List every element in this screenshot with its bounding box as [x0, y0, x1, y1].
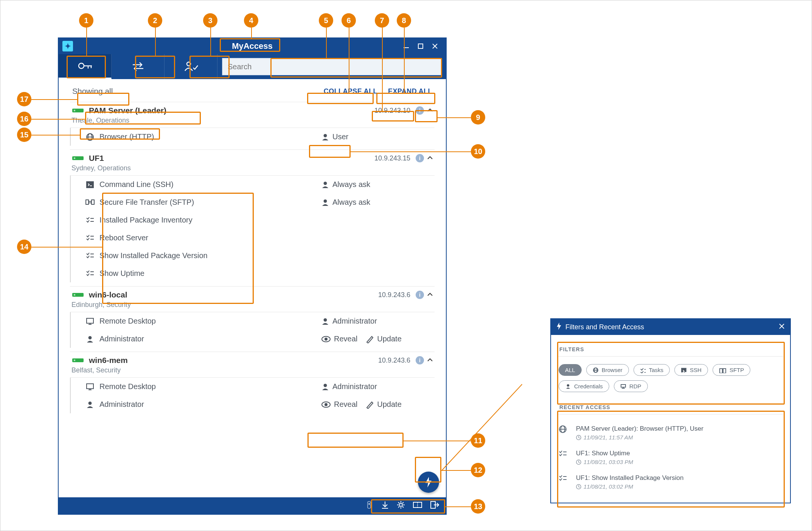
task-row[interactable]: Browser (HTTP) User	[70, 128, 435, 146]
task-right-eye[interactable]: Reveal	[321, 400, 357, 409]
terminal-icon	[84, 181, 96, 189]
expand-all-button[interactable]: EXPAND ALL	[388, 87, 432, 95]
recent-title: PAM Server (Leader): Browser (HTTP), Use…	[576, 425, 703, 433]
recent-time: 11/08/21, 03:03 PM	[576, 459, 633, 465]
svg-rect-22	[86, 200, 88, 204]
task-right-pencil[interactable]: Update	[366, 400, 402, 409]
task-label: Command Line (SSH)	[99, 180, 174, 189]
collapse-all-button[interactable]: COLLAPSE ALL	[324, 87, 377, 95]
chevron-up-icon[interactable]	[427, 357, 433, 363]
lightning-icon	[556, 322, 562, 332]
svg-point-41	[88, 336, 92, 339]
search-wrap	[217, 58, 446, 75]
task-row[interactable]: Remote Desktop Administrator	[70, 312, 435, 330]
task-right-user[interactable]: User	[321, 132, 348, 141]
task-right-user[interactable]: Always ask	[321, 198, 370, 207]
approval-icon	[183, 61, 199, 72]
device-group: UF1 10.9.243.15 i Sydney, Operations Com…	[70, 149, 435, 282]
settings-button[interactable]	[397, 501, 405, 511]
callout-8: 8	[397, 13, 411, 28]
filter-chip-tasks[interactable]: Tasks	[633, 364, 670, 376]
chevron-up-icon[interactable]	[427, 292, 433, 298]
device-ip: 10.9.243.6	[378, 291, 410, 299]
recent-item[interactable]: PAM Server (Leader): Browser (HTTP), Use…	[558, 420, 783, 445]
svg-line-65	[398, 506, 399, 508]
device-icon	[71, 155, 84, 162]
task-right-eye[interactable]: Reveal	[321, 335, 357, 343]
callout-11: 11	[471, 433, 485, 448]
sftp-icon	[84, 198, 96, 207]
tasklist-icon	[84, 252, 96, 260]
filter-chip-ssh[interactable]: SSH	[674, 364, 708, 376]
filter-chip-credentials[interactable]: Credentials	[559, 380, 609, 392]
access-tab-button[interactable]	[59, 54, 112, 79]
filter-chip-rdp[interactable]: RDP	[614, 380, 648, 392]
window-close-button[interactable]	[428, 41, 442, 51]
task-row[interactable]: Installed Package Inventory	[70, 211, 435, 229]
task-right-user[interactable]: Administrator	[321, 317, 377, 325]
filters-section-title: FILTERS	[559, 346, 782, 352]
callout-13: 13	[471, 499, 485, 514]
chevron-up-icon[interactable]	[427, 107, 433, 114]
callout-15: 15	[17, 128, 31, 142]
callout-4: 4	[244, 13, 258, 28]
device-group: PAM Server (Leader) 10.9.243.10 i Theale…	[70, 102, 435, 146]
task-label: Administrator	[99, 400, 144, 409]
recent-item[interactable]: UF1: Show Installed Package Version 11/0…	[558, 470, 783, 494]
tasklist-icon	[640, 367, 646, 373]
callout-7: 7	[375, 13, 389, 28]
device-location: Sydney, Operations	[70, 164, 435, 176]
task-row[interactable]: Administrator RevealUpdate	[70, 330, 435, 348]
info-icon[interactable]: i	[416, 291, 424, 299]
task-row[interactable]: Command Line (SSH) Always ask	[70, 176, 435, 193]
task-right-user[interactable]: Always ask	[321, 180, 370, 189]
logout-button[interactable]	[430, 501, 439, 511]
device-header[interactable]: win6-local 10.9.243.6 i	[70, 287, 435, 300]
search-input[interactable]	[222, 58, 441, 75]
task-right-pencil[interactable]: Update	[366, 335, 402, 343]
footer-btn-1[interactable]	[365, 501, 373, 511]
device-name: win6-local	[89, 290, 127, 299]
task-row[interactable]: Administrator RevealUpdate	[70, 396, 435, 413]
window-maximize-button[interactable]	[413, 41, 428, 51]
quick-access-fab[interactable]	[418, 472, 439, 493]
showing-status: Showing all	[72, 87, 113, 96]
svg-point-40	[324, 318, 327, 321]
device-header[interactable]: win6-mem 10.9.243.6 i	[70, 352, 435, 366]
device-header[interactable]: PAM Server (Leader) 10.9.243.10 i	[70, 102, 435, 116]
task-label: Administrator	[99, 335, 144, 343]
task-row[interactable]: Reboot Server	[70, 229, 435, 247]
task-row[interactable]: Show Uptime	[70, 265, 435, 282]
task-label: Browser (HTTP)	[99, 132, 154, 141]
svg-rect-12	[74, 110, 75, 111]
filter-chip-all[interactable]: ALL	[559, 364, 582, 376]
rdp-icon	[620, 383, 626, 389]
window-minimize-button[interactable]	[399, 41, 413, 51]
filter-chip-sftp[interactable]: SFTP	[713, 364, 750, 376]
info-icon[interactable]: i	[416, 356, 424, 364]
svg-point-43	[325, 338, 327, 340]
callout-2: 2	[148, 13, 162, 28]
approvals-tab-button[interactable]	[165, 54, 217, 79]
task-right-user[interactable]: Administrator	[321, 382, 377, 391]
svg-rect-45	[74, 360, 75, 361]
myaccess-window: ✦ MyAccess	[58, 37, 447, 515]
info-icon[interactable]: i	[416, 106, 424, 115]
task-row[interactable]: Show Installed Package Version	[70, 247, 435, 265]
svg-rect-80	[723, 369, 726, 373]
callout-6: 6	[342, 13, 356, 28]
transfers-tab-button[interactable]	[112, 54, 165, 79]
chevron-up-icon[interactable]	[427, 155, 433, 161]
filter-chip-browser[interactable]: Browser	[586, 364, 629, 376]
task-row[interactable]: Remote Desktop Administrator	[70, 378, 435, 396]
svg-point-57	[399, 503, 402, 506]
filters-panel-close-button[interactable]	[779, 323, 785, 331]
callout-10: 10	[471, 144, 485, 159]
download-button[interactable]	[381, 501, 389, 511]
recent-item[interactable]: UF1: Show Uptime 11/08/21, 03:03 PM	[558, 445, 783, 470]
ticket-button[interactable]	[413, 501, 422, 510]
rdp-icon	[84, 317, 96, 325]
globe-icon	[593, 367, 599, 373]
task-row[interactable]: Secure File Transfer (SFTP) Always ask	[70, 193, 435, 211]
info-icon[interactable]: i	[416, 154, 424, 162]
